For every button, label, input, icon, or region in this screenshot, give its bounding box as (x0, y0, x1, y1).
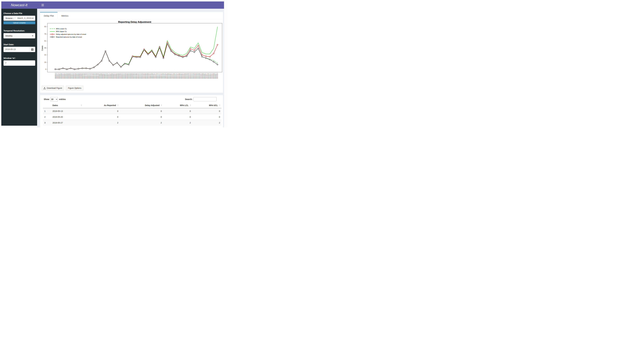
column-header-delay-adjusted[interactable]: Delay Adjusted ▲▼ (120, 103, 163, 108)
table-cell: 0 (163, 114, 192, 120)
svg-text:2018-06-06: 2018-06-06 (68, 73, 69, 79)
svg-text:2019-01-08: 2019-01-08 (187, 73, 188, 79)
column-header-as-reported[interactable]: As Reported ▲▼ (83, 103, 120, 108)
svg-text:2018-10-16: 2018-10-16 (141, 73, 142, 79)
browse-button[interactable]: Browse... (4, 16, 16, 21)
svg-text:2018-05-19: 2018-05-19 (58, 73, 59, 79)
svg-text:2018-11-05: 2018-11-05 (152, 73, 153, 79)
search-input[interactable] (194, 97, 216, 101)
svg-text:2018-11-25: 2018-11-25 (163, 73, 164, 79)
svg-text:2018-12-19: 2018-12-19 (176, 73, 177, 79)
svg-text:2018-06-04: 2018-06-04 (67, 73, 68, 79)
svg-text:2019-02-27: 2019-02-27 (215, 73, 216, 79)
column-header-dates[interactable]: Dates ▲▼ (51, 103, 83, 108)
app-header: Nowcast-It (1, 2, 224, 9)
tab-delay-plot[interactable]: Delay Plot (40, 12, 58, 19)
sort-icon[interactable]: ▲▼ (161, 104, 162, 106)
svg-text:2018-09-20: 2018-09-20 (126, 73, 128, 79)
svg-text:2018-06-22: 2018-06-22 (77, 73, 78, 79)
svg-text:2018-07-10: 2018-07-10 (87, 73, 88, 79)
svg-text:2018-05-31: 2018-05-31 (65, 73, 66, 79)
temporal-resolution-label: Temporal Resolution: (4, 30, 25, 32)
page-length-select[interactable]: 10 (50, 97, 58, 101)
svg-text:76: 76 (44, 33, 46, 35)
svg-text:2018-10-12: 2018-10-12 (138, 73, 140, 79)
svg-text:Reporting Delay Adjustment: Reporting Delay Adjustment (118, 21, 151, 23)
svg-text:2018-11-19: 2018-11-19 (160, 73, 161, 79)
temporal-resolution-select[interactable]: Weekly (4, 33, 35, 39)
svg-text:2018-09-16: 2018-09-16 (124, 73, 126, 79)
svg-text:2018-12-25: 2018-12-25 (180, 73, 180, 79)
svg-text:2018-08-05: 2018-08-05 (101, 73, 102, 79)
svg-text:2018-11-07: 2018-11-07 (153, 73, 154, 79)
download-figure-label: Download Figure (47, 87, 62, 89)
table-cell: 0 (192, 108, 222, 114)
svg-text:2018-09-06: 2018-09-06 (119, 73, 120, 79)
svg-text:2018-09-28: 2018-09-28 (131, 73, 132, 79)
column-header-95-lcl[interactable]: 95% LCL ▲▼ (163, 103, 192, 108)
svg-text:2018-10-20: 2018-10-20 (143, 73, 144, 79)
column-header-95-ucl[interactable]: 95% UCL ▲▼ (192, 103, 222, 108)
svg-text:2018-06-18: 2018-06-18 (75, 73, 76, 79)
file-name-field[interactable]: March_3_2019.txt (16, 16, 35, 21)
sort-icon[interactable]: ▲▼ (219, 104, 220, 106)
svg-text:Reported epicurve by date of o: Reported epicurve by date of onset (56, 36, 82, 38)
svg-text:2019-01-18: 2019-01-18 (193, 73, 194, 79)
svg-text:2018-06-14: 2018-06-14 (72, 73, 74, 79)
svg-text:2018-05-21: 2018-05-21 (59, 73, 60, 79)
svg-text:2018-12-27: 2018-12-27 (181, 73, 182, 79)
index-column-header (43, 103, 51, 108)
table-cell: 0 (192, 114, 222, 120)
plot-card: Delay Plot Metrics Reporting Delay Adjus… (40, 12, 223, 93)
sidebar-toggle-button[interactable] (39, 2, 46, 9)
svg-text:2019-02-23: 2019-02-23 (213, 73, 214, 79)
page-scrollbar[interactable] (224, 0, 227, 127)
svg-text:2019-01-12: 2019-01-12 (190, 73, 190, 79)
svg-text:2019-01-10: 2019-01-10 (188, 73, 189, 79)
window-m-field[interactable]: 7 (4, 60, 35, 66)
svg-text:2018-07-28: 2018-07-28 (97, 73, 98, 79)
calendar-button[interactable] (29, 47, 35, 52)
svg-text:2018-11-21: 2018-11-21 (161, 73, 162, 79)
svg-text:2018-07-30: 2018-07-30 (98, 73, 99, 79)
page-length-control: Show 10 entries (44, 97, 66, 101)
table-cell: 0 (163, 108, 192, 114)
hamburger-icon (42, 6, 44, 6)
table-cell: 2018-05-13 (51, 108, 83, 114)
table-cell: 2018-05-20 (51, 114, 83, 120)
download-figure-button[interactable]: Download Figure (42, 86, 64, 91)
sort-icon[interactable]: ▲▼ (117, 104, 118, 106)
svg-text:2018-10-04: 2018-10-04 (134, 73, 135, 79)
svg-text:2019-01-02: 2019-01-02 (184, 73, 185, 79)
svg-text:2018-11-15: 2018-11-15 (158, 73, 158, 79)
svg-text:2019-01-24: 2019-01-24 (196, 73, 197, 79)
tab-metrics[interactable]: Metrics (58, 12, 72, 19)
start-date-field[interactable]: 2018-05-13 (4, 47, 30, 52)
svg-text:2018-09-24: 2018-09-24 (129, 73, 130, 79)
svg-text:2018-09-04: 2018-09-04 (118, 73, 119, 79)
file-section-label: Choose a Data File (4, 12, 22, 15)
table-cell: 0 (83, 114, 120, 120)
svg-text:2018-11-17: 2018-11-17 (158, 73, 160, 79)
svg-text:2019-03-01: 2019-03-01 (216, 73, 217, 79)
svg-text:2018-08-09: 2018-08-09 (103, 73, 104, 79)
svg-text:2019-01-16: 2019-01-16 (192, 73, 193, 79)
figure-options-button[interactable]: Figure Options (66, 86, 84, 91)
svg-text:2018-12-23: 2018-12-23 (178, 73, 180, 79)
svg-text:2018-11-01: 2018-11-01 (150, 73, 151, 79)
svg-text:2018-11-23: 2018-11-23 (162, 73, 163, 79)
sort-icon[interactable]: ▲▼ (190, 104, 191, 106)
tab-bar: Delay Plot Metrics (40, 12, 223, 19)
svg-text:2019-02-21: 2019-02-21 (212, 73, 212, 79)
svg-text:2018-12-09: 2018-12-09 (171, 73, 172, 79)
svg-text:2018-10-10: 2018-10-10 (138, 73, 138, 79)
svg-text:2019-02-17: 2019-02-17 (209, 73, 210, 79)
sort-icon[interactable]: ▲▼ (81, 104, 82, 106)
svg-text:2018-12-13: 2018-12-13 (173, 73, 174, 79)
svg-text:2018-11-29: 2018-11-29 (165, 73, 166, 79)
svg-text:2019-01-26: 2019-01-26 (197, 73, 198, 79)
svg-text:2018-08-07: 2018-08-07 (102, 73, 103, 79)
start-date-label: Start Date: (4, 43, 14, 46)
svg-text:Cases: Cases (41, 46, 43, 51)
svg-text:2018-06-28: 2018-06-28 (80, 73, 81, 79)
